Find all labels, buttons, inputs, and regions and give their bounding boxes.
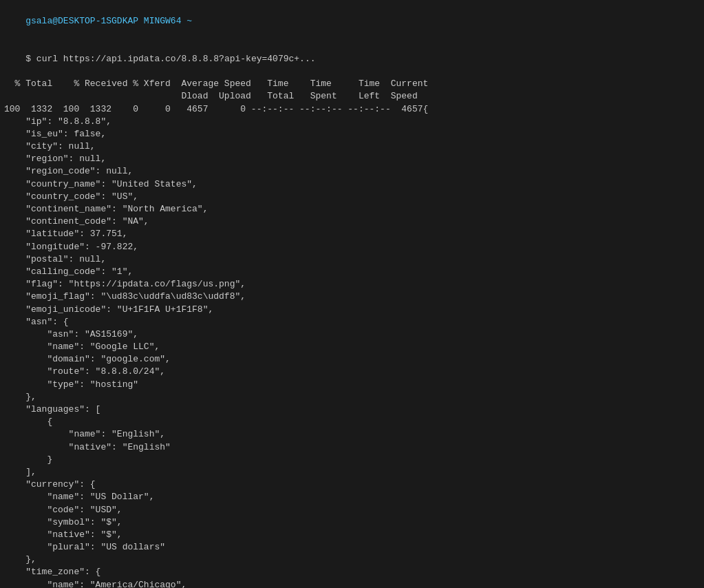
json-line: "is_eu": false, — [4, 128, 700, 140]
json-line: "ip": "8.8.8.8", — [4, 116, 700, 128]
json-line: "asn": "AS15169", — [4, 328, 700, 341]
curl-stats-values: 100 1332 100 1332 0 0 4657 0 --:--:-- --… — [4, 103, 700, 116]
json-line: "region_code": null, — [4, 165, 700, 178]
json-line: "plural": "US dollars" — [4, 541, 700, 554]
json-line: "name": "US Dollar", — [4, 491, 700, 503]
json-line: "native": "$", — [4, 529, 700, 541]
command-text: curl https://api.ipdata.co/8.8.8.8?api-k… — [31, 54, 315, 64]
json-line: "longitude": -97.822, — [4, 241, 700, 253]
json-line: { — [4, 416, 700, 428]
json-line: "time_zone": { — [4, 566, 700, 578]
json-line: "name": "English", — [4, 428, 700, 441]
curl-stats-header: % Total % Received % Xferd Average Speed… — [4, 78, 700, 103]
json-line: "emoji_flag": "\ud83c\uddfa\ud83c\uddf8"… — [4, 291, 700, 303]
json-line: }, — [4, 391, 700, 403]
json-line: "continent_name": "North America", — [4, 203, 700, 216]
json-line: "emoji_unicode": "U+1F1FA U+1F1F8", — [4, 304, 700, 316]
json-line: "native": "English" — [4, 441, 700, 454]
json-line: "calling_code": "1", — [4, 266, 700, 278]
prompt-symbol: $ — [25, 54, 31, 64]
json-line: "route": "8.8.8.0/24", — [4, 366, 700, 378]
json-line: }, — [4, 554, 700, 566]
json-line: "languages": [ — [4, 403, 700, 416]
terminal-window: gsala@DESKTOP-1SGDKAP MINGW64 ~ $ curl h… — [0, 0, 704, 588]
terminal-title: gsala@DESKTOP-1SGDKAP MINGW64 ~ — [25, 16, 192, 26]
json-line: "country_name": "United States", — [4, 178, 700, 191]
json-line: "country_code": "US", — [4, 191, 700, 203]
json-line: "continent_code": "NA", — [4, 216, 700, 228]
json-line: ], — [4, 466, 700, 479]
json-line: "domain": "google.com", — [4, 353, 700, 366]
json-line: "currency": { — [4, 479, 700, 491]
json-line: } — [4, 454, 700, 466]
json-line: "asn": { — [4, 316, 700, 328]
json-line: "code": "USD", — [4, 504, 700, 516]
json-line: "name": "Google LLC", — [4, 341, 700, 353]
json-line: "symbol": "$", — [4, 516, 700, 529]
json-line: "type": "hosting" — [4, 379, 700, 391]
json-line: "latitude": 37.751, — [4, 228, 700, 240]
terminal-title-line: gsala@DESKTOP-1SGDKAP MINGW64 ~ — [4, 3, 700, 41]
json-line: "postal": null, — [4, 253, 700, 266]
json-line: "city": null, — [4, 140, 700, 153]
json-line: "flag": "https://ipdata.co/flags/us.png"… — [4, 278, 700, 291]
command-line: $ curl https://api.ipdata.co/8.8.8.8?api… — [4, 41, 700, 78]
json-line: "region": null, — [4, 153, 700, 165]
json-line: "name": "America/Chicago", — [4, 579, 700, 588]
json-output: "ip": "8.8.8.8", "is_eu": false, "city":… — [4, 116, 700, 588]
